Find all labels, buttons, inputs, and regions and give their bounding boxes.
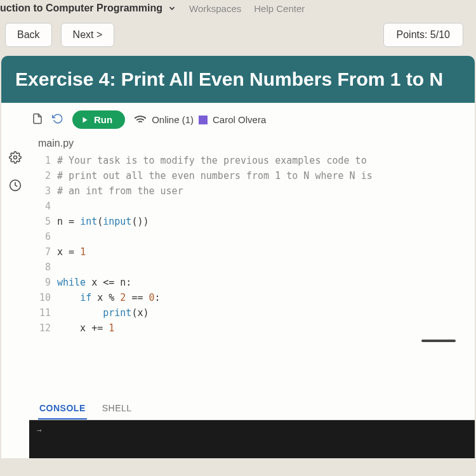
back-button[interactable]: Back bbox=[5, 23, 52, 47]
next-button[interactable]: Next > bbox=[61, 23, 115, 47]
filename-tab[interactable]: main.py bbox=[29, 134, 475, 152]
nav-row: Back Next > Points: 5/10 bbox=[0, 17, 476, 56]
help-center-link[interactable]: Help Center bbox=[254, 3, 305, 14]
course-title-text: uction to Computer Programming bbox=[0, 3, 162, 14]
svg-marker-2 bbox=[83, 117, 88, 122]
editor-toolbar: Run Online (1) Carol Olvera bbox=[29, 103, 475, 134]
editor-main: Run Online (1) Carol Olvera main.py 1234… bbox=[29, 103, 475, 458]
console-output[interactable]: → bbox=[29, 420, 475, 458]
code-editor[interactable]: 123456789101112 # Your task is to modify… bbox=[29, 152, 475, 336]
console-tab[interactable]: CONSOLE bbox=[38, 398, 87, 420]
history-icon[interactable] bbox=[9, 179, 22, 194]
svg-point-0 bbox=[14, 156, 17, 159]
online-status: Online (1) Carol Olvera bbox=[134, 114, 266, 126]
refresh-icon[interactable] bbox=[52, 113, 63, 127]
chevron-down-icon bbox=[168, 4, 176, 13]
side-icon-bar bbox=[1, 103, 29, 458]
settings-icon[interactable] bbox=[9, 151, 22, 166]
resize-handle[interactable] bbox=[421, 340, 456, 342]
editor-container: Run Online (1) Carol Olvera main.py 1234… bbox=[1, 103, 475, 458]
wifi-icon bbox=[134, 114, 147, 126]
top-nav: uction to Computer Programming Workspace… bbox=[0, 0, 476, 17]
file-icon[interactable] bbox=[32, 113, 43, 127]
shell-tab[interactable]: SHELL bbox=[101, 398, 133, 420]
workspaces-link[interactable]: Workspaces bbox=[189, 3, 241, 14]
online-text: Online (1) bbox=[152, 114, 194, 125]
run-button[interactable]: Run bbox=[72, 110, 125, 129]
exercise-title: Exercise 4: Print All Even Numbers From … bbox=[1, 56, 475, 103]
line-gutter: 123456789101112 bbox=[29, 153, 57, 336]
course-dropdown[interactable]: uction to Computer Programming bbox=[0, 3, 176, 14]
code-content[interactable]: # Your task is to modify the previous ex… bbox=[57, 153, 475, 336]
points-display: Points: 5/10 bbox=[383, 23, 464, 47]
console-prompt: → bbox=[37, 425, 42, 435]
user-color-swatch bbox=[199, 116, 208, 124]
run-label: Run bbox=[94, 114, 112, 125]
console-tabs: CONSOLE SHELL bbox=[29, 398, 475, 420]
username: Carol Olvera bbox=[213, 114, 266, 125]
